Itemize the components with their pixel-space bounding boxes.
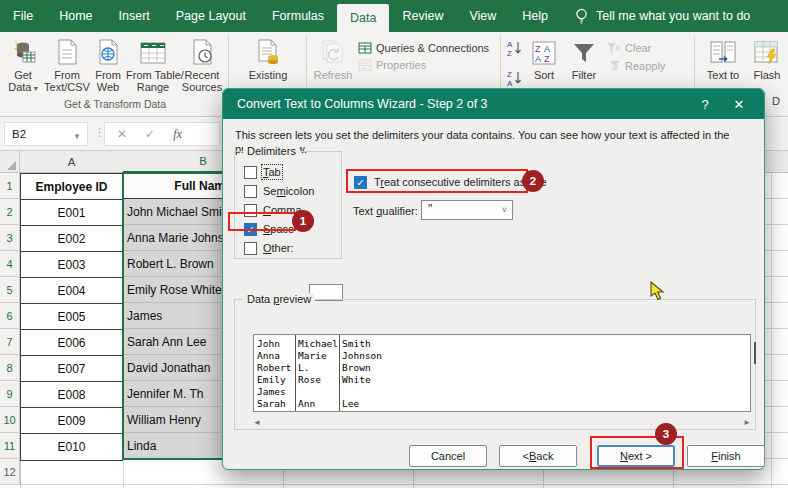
- data-preview-group: Data preview JohnMichaelSmithAnnaMarieJo…: [234, 299, 756, 430]
- cell-a7[interactable]: E006: [21, 330, 122, 356]
- ribbon-tabs-bar: FileHomeInsertPage LayoutFormulasDataRev…: [0, 0, 788, 32]
- clock-file-icon: [180, 32, 224, 66]
- preview-row: AnnaMarieJohnson: [257, 350, 382, 362]
- confirm-entry-icon: ✓: [145, 127, 155, 141]
- from-web-button[interactable]: FromWeb: [90, 32, 126, 96]
- preview-vertical-scrollbar[interactable]: [754, 342, 756, 364]
- row-number-10[interactable]: 10: [0, 407, 20, 433]
- row-number-11[interactable]: 11: [0, 433, 20, 459]
- row-number-9[interactable]: 9: [0, 381, 20, 407]
- tab-data[interactable]: Data: [337, 4, 389, 32]
- existing-connections-icon: [240, 32, 296, 66]
- scroll-right-icon[interactable]: ►: [743, 418, 751, 427]
- flash-fill-button[interactable]: Flash: [746, 32, 788, 96]
- delimiter-semicolon-checkbox[interactable]: Semicolon: [244, 183, 314, 199]
- checkbox-icon[interactable]: [244, 204, 257, 217]
- dialog-close-button[interactable]: ✕: [722, 89, 756, 119]
- cell-a1[interactable]: Employee ID: [21, 174, 122, 200]
- queries-icon: [358, 42, 372, 54]
- checkbox-icon[interactable]: [244, 185, 257, 198]
- cell-a6[interactable]: E005: [21, 304, 122, 330]
- clear-filter-button: Clear: [606, 40, 651, 56]
- formula-input[interactable]: ✕ ✓ fx: [104, 122, 220, 146]
- tab-formulas[interactable]: Formulas: [259, 0, 337, 32]
- next-button[interactable]: Next >: [597, 445, 675, 467]
- sort-ascending-button[interactable]: AZ: [506, 40, 522, 56]
- svg-text:Z: Z: [507, 70, 512, 79]
- tab-file[interactable]: File: [0, 0, 46, 32]
- row-number-8[interactable]: 8: [0, 355, 20, 381]
- checkbox-icon[interactable]: [244, 242, 257, 255]
- data-preview-box[interactable]: JohnMichaelSmithAnnaMarieJohnsonRobertL.…: [253, 334, 751, 412]
- scroll-left-icon[interactable]: ◄: [253, 418, 261, 427]
- cell-a9[interactable]: E008: [21, 382, 122, 408]
- checkbox-checked-icon[interactable]: ✓: [354, 176, 367, 189]
- svg-text:A: A: [507, 40, 513, 49]
- row-number-7[interactable]: 7: [0, 329, 20, 355]
- tell-me-box[interactable]: Tell me what you want to do: [575, 0, 750, 32]
- tab-home[interactable]: Home: [46, 0, 105, 32]
- text-to-columns-wizard-dialog: Convert Text to Columns Wizard - Step 2 …: [222, 88, 765, 470]
- cell-a5[interactable]: E004: [21, 278, 122, 304]
- delimiter-tab-checkbox[interactable]: Tab: [244, 164, 281, 180]
- finish-button[interactable]: Finish: [687, 445, 765, 467]
- cell-a4[interactable]: E003: [21, 252, 122, 278]
- filter-button[interactable]: Filter: [564, 32, 604, 96]
- preview-row: RobertL.Brown: [257, 362, 371, 374]
- tab-view[interactable]: View: [456, 0, 509, 32]
- select-all-corner[interactable]: [0, 151, 20, 173]
- tab-insert[interactable]: Insert: [106, 0, 163, 32]
- get-data-button[interactable]: GetData: [2, 32, 44, 96]
- row-number-3[interactable]: 3: [0, 225, 20, 251]
- dialog-titlebar[interactable]: Convert Text to Columns Wizard - Step 2 …: [223, 89, 764, 119]
- cell-a8[interactable]: E007: [21, 356, 122, 382]
- back-button[interactable]: < Back: [499, 445, 577, 467]
- recent-sources-button[interactable]: RecentSources: [180, 32, 224, 96]
- column-a-cells: Employee IDE001E002E003E004E005E006E007E…: [20, 173, 123, 461]
- text-to-columns-button[interactable]: Text to: [700, 32, 746, 96]
- queries-connections-button[interactable]: Queries & Connections: [358, 40, 489, 56]
- column-header-a[interactable]: A: [20, 151, 123, 173]
- delimiters-group: Delimiters TabSemicolonComma✓SpaceOther:: [234, 151, 342, 259]
- row-number-4[interactable]: 4: [0, 251, 20, 277]
- sort-descending-button[interactable]: ZA: [506, 70, 522, 86]
- annotation-badge-3: 3: [655, 423, 677, 445]
- cell-a2[interactable]: E001: [21, 200, 122, 226]
- text-to-columns-icon: [700, 32, 746, 66]
- preview-horizontal-scrollbar[interactable]: ◄ ►: [253, 416, 751, 428]
- row-number-2[interactable]: 2: [0, 199, 20, 225]
- svg-text:A: A: [544, 44, 550, 54]
- svg-text:Z: Z: [535, 44, 541, 54]
- tab-help[interactable]: Help: [509, 0, 561, 32]
- globe-file-icon: [90, 32, 126, 66]
- tab-page-layout[interactable]: Page Layout: [163, 0, 259, 32]
- checkbox-checked-icon[interactable]: ✓: [244, 223, 257, 236]
- cancel-button[interactable]: Cancel: [409, 445, 487, 467]
- row-number-6[interactable]: 6: [0, 303, 20, 329]
- delimiter-space-checkbox[interactable]: ✓Space: [244, 221, 294, 237]
- svg-text:Z: Z: [544, 54, 550, 64]
- checkbox-icon[interactable]: [244, 166, 257, 179]
- filter-funnel-icon: [564, 32, 604, 66]
- from-text-csv-button[interactable]: FromText/CSV: [44, 32, 90, 96]
- cell-a11[interactable]: E010: [21, 434, 122, 460]
- dialog-help-button[interactable]: ?: [690, 89, 720, 119]
- row-number-12[interactable]: 12: [0, 459, 20, 485]
- existing-connections-button[interactable]: Existing: [240, 32, 296, 96]
- preview-row: JohnMichaelSmith: [257, 338, 371, 350]
- sort-button[interactable]: ZAAZ Sort: [524, 32, 564, 96]
- dialog-title: Convert Text to Columns Wizard - Step 2 …: [237, 97, 488, 111]
- cell-a3[interactable]: E002: [21, 226, 122, 252]
- name-box-caret-icon[interactable]: ▼: [73, 132, 81, 141]
- svg-text:A: A: [507, 79, 513, 87]
- delimiter-other-checkbox[interactable]: Other:: [244, 240, 294, 256]
- cell-a10[interactable]: E009: [21, 408, 122, 434]
- name-box[interactable]: B2 ▼: [4, 122, 88, 146]
- from-table-range-button[interactable]: From Table/Range: [126, 32, 180, 96]
- treat-consecutive-checkbox[interactable]: ✓ Treat consecutive delimiters as one: [354, 174, 547, 190]
- row-number-5[interactable]: 5: [0, 277, 20, 303]
- row-number-1[interactable]: 1: [0, 173, 20, 199]
- insert-function-icon[interactable]: fx: [173, 127, 182, 142]
- tab-review[interactable]: Review: [389, 0, 456, 32]
- text-qualifier-dropdown[interactable]: " ˅: [421, 200, 513, 220]
